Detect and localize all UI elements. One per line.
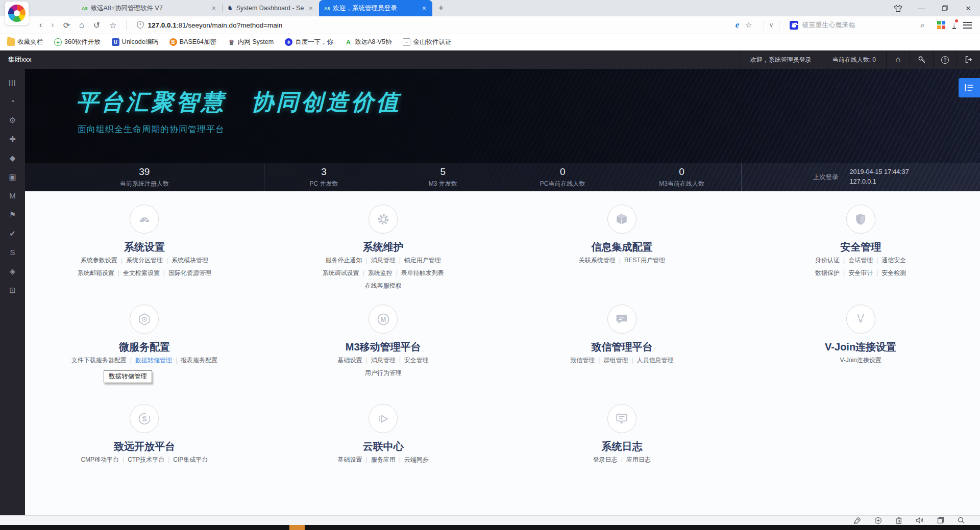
module-link[interactable]: 通信安全 xyxy=(881,257,906,264)
bookmark-item[interactable]: UUnicode编码 xyxy=(112,38,158,46)
module-link[interactable]: CTP技术平台 xyxy=(128,456,164,463)
browser-tab[interactable]: A8欢迎，系统管理员登录× xyxy=(319,0,432,16)
bookmark-item[interactable]: BBASE64加密 xyxy=(169,38,216,46)
module-title[interactable]: 致信管理平台 xyxy=(503,340,742,354)
chevron-down-icon[interactable]: ∨ xyxy=(769,21,774,29)
module-link[interactable]: 系统分区管理 xyxy=(126,257,163,264)
module-link[interactable]: 身份认证 xyxy=(815,257,840,264)
minimize-button[interactable]: — xyxy=(910,0,933,16)
volume-icon[interactable] xyxy=(916,517,924,524)
module-link[interactable]: 安全审计 xyxy=(848,269,873,276)
columns-icon[interactable]: ||| xyxy=(0,73,25,92)
module-link[interactable]: 数据转储管理 xyxy=(135,357,172,364)
module-link[interactable]: 消息管理 xyxy=(371,357,396,364)
bookmark-item[interactable]: A致远A8-V5协 xyxy=(345,38,391,46)
apps-grid-icon[interactable] xyxy=(937,21,945,29)
bookmark-item[interactable]: ♛内网 System xyxy=(228,38,274,46)
m3-icon[interactable]: M xyxy=(0,186,25,205)
module-link[interactable]: 基础设置 xyxy=(338,456,362,463)
module-link[interactable]: 安全管理 xyxy=(404,357,429,364)
flag-icon[interactable]: ⚑ xyxy=(0,205,25,224)
bookmark-star-icon[interactable]: ☆ xyxy=(745,20,752,30)
browser-tab[interactable]: ♞System Dashboard - Se× xyxy=(222,0,319,16)
shield-icon[interactable]: ◆ xyxy=(0,148,25,167)
module-title[interactable]: 系统设置 xyxy=(25,240,264,254)
module-title[interactable]: 系统维护 xyxy=(264,240,503,254)
portal-home-button[interactable]: ⌂ xyxy=(886,51,910,69)
bookmark-item[interactable]: ❋百度一下，你 xyxy=(285,38,333,46)
module-link[interactable]: 在线客服授权 xyxy=(365,282,402,289)
module-link[interactable]: 系统参数设置 xyxy=(81,257,117,264)
module-link[interactable]: 锁定用户管理 xyxy=(404,257,441,264)
bookmark-item[interactable]: 收藏夹栏 xyxy=(7,38,43,46)
search-icon[interactable] xyxy=(958,517,965,524)
module-link[interactable]: 关联系统管理 xyxy=(579,257,616,264)
module-link[interactable]: 应用日志 xyxy=(626,456,651,463)
favorite-star-icon[interactable]: ☆ xyxy=(109,20,116,30)
integration-icon[interactable]: ◈ xyxy=(0,262,25,281)
open-platform-icon[interactable]: S xyxy=(0,243,25,262)
reload-icon[interactable]: ⟳ xyxy=(63,20,70,30)
speed-plus-icon[interactable] xyxy=(874,517,882,524)
module-link[interactable]: 系统模块管理 xyxy=(172,257,208,264)
module-title[interactable]: 信息集成配置 xyxy=(503,240,742,254)
download-icon[interactable]: ↓ xyxy=(952,21,957,29)
logout-button[interactable] xyxy=(957,51,980,69)
module-link[interactable]: 表单待触发列表 xyxy=(401,269,444,276)
check-icon[interactable]: ✔ xyxy=(0,224,25,243)
search-icon[interactable]: ⌕ xyxy=(921,21,925,30)
url-field[interactable]: 127.0.0.1:81/seeyon/main.do?method=main xyxy=(137,21,735,29)
module-link[interactable]: 全文检索设置 xyxy=(123,269,160,276)
module-link[interactable]: 基础设置 xyxy=(338,357,362,364)
module-link[interactable]: 云端同步 xyxy=(404,456,429,463)
home-icon[interactable]: ⌂ xyxy=(79,20,84,30)
ie-mode-icon[interactable]: e xyxy=(736,20,740,30)
back-icon[interactable]: ‹ xyxy=(39,20,42,30)
module-link[interactable]: 数据保护 xyxy=(815,269,840,276)
module-link[interactable]: 文件下载服务器配置 xyxy=(71,357,127,364)
window-icon[interactable] xyxy=(937,517,944,524)
close-button[interactable]: ✕ xyxy=(957,0,980,16)
tab-close-icon[interactable]: × xyxy=(421,4,427,12)
restore-session-icon[interactable]: ↺ xyxy=(93,20,100,30)
module-title[interactable]: V-Join连接设置 xyxy=(741,340,980,354)
module-title[interactable]: M3移动管理平台 xyxy=(264,340,503,354)
search-box[interactable]: 破茧重生心魔来临 ⌕ xyxy=(785,20,930,30)
module-title[interactable]: 云联中心 xyxy=(264,440,503,453)
module-link[interactable]: 报表服务配置 xyxy=(181,357,217,364)
module-title[interactable]: 安全管理 xyxy=(741,240,980,254)
module-link[interactable]: 群组管理 xyxy=(603,357,628,364)
module-link[interactable]: 消息管理 xyxy=(371,257,396,264)
module-link[interactable]: 服务停止通知 xyxy=(326,257,362,264)
module-title[interactable]: 系统日志 xyxy=(503,440,742,453)
dashboard-icon[interactable]: ◔ xyxy=(0,92,25,111)
module-link[interactable]: 系统监控 xyxy=(368,269,393,276)
rocket-icon[interactable] xyxy=(853,517,861,524)
plugin-icon[interactable]: ✚ xyxy=(0,130,25,148)
module-link[interactable]: 国际化资源管理 xyxy=(168,269,211,276)
module-link[interactable]: 系统邮箱设置 xyxy=(78,269,114,276)
monitor-icon[interactable]: ⊡ xyxy=(0,281,25,299)
bookmark-item[interactable]: ≡金山软件认证 xyxy=(403,38,451,46)
module-link[interactable]: REST用户管理 xyxy=(624,257,665,264)
module-link[interactable]: 用户行为管理 xyxy=(365,369,402,376)
module-link[interactable]: 服务应用 xyxy=(371,456,396,463)
maximize-button[interactable] xyxy=(933,0,957,16)
change-password-button[interactable] xyxy=(910,51,933,69)
tab-close-icon[interactable]: × xyxy=(211,4,217,12)
quick-menu-button[interactable] xyxy=(959,78,980,97)
module-link[interactable]: 安全检测 xyxy=(881,269,906,276)
search-input[interactable]: 破茧重生心魔来临 xyxy=(802,20,917,30)
module-link[interactable]: 登录日志 xyxy=(593,456,618,463)
theme-shirt-icon[interactable] xyxy=(886,0,910,16)
module-link[interactable]: 会话管理 xyxy=(848,257,873,264)
taskbar-item[interactable] xyxy=(289,525,305,530)
new-tab-button[interactable]: + xyxy=(432,0,450,16)
module-link[interactable]: CIP集成平台 xyxy=(173,456,208,463)
menu-icon[interactable] xyxy=(963,22,972,29)
gear-icon[interactable]: ⚙ xyxy=(0,111,25,130)
module-link[interactable]: 人员信息管理 xyxy=(637,357,674,364)
help-button[interactable]: ? xyxy=(933,51,957,69)
bookmark-item[interactable]: +360软件开放 xyxy=(54,38,101,46)
browser-tab[interactable]: A8致远A8+协同管理软件 V7× xyxy=(77,0,222,16)
